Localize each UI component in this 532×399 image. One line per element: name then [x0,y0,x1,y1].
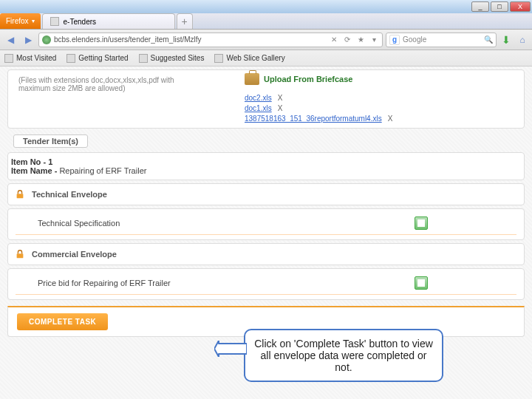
file-remove-button[interactable]: X [388,115,393,123]
bookmark-label: Suggested Sites [151,54,205,62]
upload-hint: (Files with extensions doc,docx,xlsx,xls… [16,73,178,95]
firefox-menu-button[interactable]: Firefox [0,13,41,29]
window-close-button[interactable]: X [510,1,531,12]
bookmark-most-visited[interactable]: Most Visited [4,54,56,63]
file-link[interactable]: doc2.xls [245,94,272,102]
browser-navbar: ◀ ▶ bcbs.elenders.in/users/tender_item_l… [0,30,532,50]
bookmark-icon [214,54,223,63]
technical-spec-card: Technical Specification [7,208,525,240]
browser-tab-strip: Firefox e-Tenders + [0,13,532,30]
item-no-value: 1 [48,157,52,166]
instruction-callout: Click on 'Complete Task' button to view … [244,329,443,382]
price-bid-card: Price bid for Repairing of ERF Trailer [7,268,525,300]
callout-text: Click on 'Complete Task' button to view … [254,338,433,373]
tender-items-header: Tender Item(s) [13,134,88,148]
bookmark-label: Web Slice Gallery [226,54,284,62]
bookmarks-bar: Most Visited Getting Started Suggested S… [0,50,532,66]
file-remove-button[interactable]: X [278,104,283,112]
file-row: 1387518163_151_36reportformatuml4.xls X [245,115,392,123]
stop-icon[interactable]: ✕ [329,35,339,45]
search-placeholder: Google [403,35,426,44]
excel-icon[interactable] [415,276,428,290]
item-no-label: Item No - [11,157,48,166]
file-link[interactable]: doc1.xls [245,104,272,112]
home-icon[interactable]: ⌂ [516,33,529,47]
page-icon [50,17,59,26]
technical-spec-label: Technical Specification [38,219,415,228]
tender-item-card: Item No - 1 Item Name - Repairing of ERF… [7,152,525,180]
tab-title: e-Tenders [64,18,96,26]
search-magnify-icon[interactable]: 🔍 [484,35,493,44]
url-dropdown-icon[interactable]: ▾ [369,35,379,45]
google-icon: g [389,35,400,45]
upload-briefcase-label: Upload From Briefcase [264,75,352,83]
file-row: doc1.xls X [245,104,392,112]
bookmark-suggested[interactable]: Suggested Sites [139,54,205,63]
price-bid-label: Price bid for Repairing of ERF Trailer [38,279,415,287]
callout-arrow-icon [214,341,247,357]
bookmark-getting-started[interactable]: Getting Started [66,54,128,63]
lock-icon [14,188,26,200]
window-maximize-button[interactable]: □ [491,1,508,12]
bookmark-icon [139,54,148,63]
file-row: doc2.xls X [245,94,392,102]
item-name-value: Repairing of ERF Trailer [59,166,146,175]
bookmark-star-icon[interactable]: ★ [355,35,366,45]
technical-envelope-label: Technical Envelope [32,190,107,199]
window-titlebar: _ □ X [0,0,532,13]
url-bar[interactable]: bcbs.elenders.in/users/tender_item_list/… [38,33,383,47]
excel-icon[interactable] [415,216,428,230]
svg-rect-0 [17,194,24,198]
complete-task-button[interactable]: Complete Task [17,313,108,330]
site-identity-icon [42,35,51,44]
svg-rect-1 [17,253,24,258]
bookmark-gallery[interactable]: Web Slice Gallery [214,54,284,63]
upload-from-briefcase-link[interactable]: Upload From Briefcase [245,73,392,85]
bookmark-label: Most Visited [16,54,56,62]
search-bar[interactable]: g Google 🔍 [386,33,497,47]
download-icon[interactable]: ⬇ [499,33,513,47]
file-remove-button[interactable]: X [278,94,283,102]
commercial-envelope-label: Commercial Envelope [32,250,117,259]
forward-button[interactable]: ▶ [21,33,35,47]
lock-icon [14,248,26,260]
file-link[interactable]: 1387518163_151_36reportformatuml4.xls [245,115,382,123]
commercial-envelope-header: Commercial Envelope [7,243,525,265]
url-text: bcbs.elenders.in/users/tender_item_list/… [54,35,202,44]
bookmark-icon [4,54,13,63]
briefcase-icon [245,73,259,85]
technical-envelope-header: Technical Envelope [7,183,525,205]
bookmark-icon [66,54,75,63]
reload-icon[interactable]: ⟳ [342,35,352,45]
uploaded-file-list: doc2.xls X doc1.xls X 1387518163_151_36r… [245,94,392,123]
browser-tab[interactable]: e-Tenders [42,13,175,29]
window-minimize-button[interactable]: _ [471,1,489,12]
upload-card: (Files with extensions doc,docx,xlsx,xls… [7,69,525,129]
item-name-label: Item Name - [11,166,57,175]
back-button[interactable]: ◀ [3,33,18,47]
new-tab-button[interactable]: + [177,13,193,29]
bookmark-label: Getting Started [78,54,128,62]
